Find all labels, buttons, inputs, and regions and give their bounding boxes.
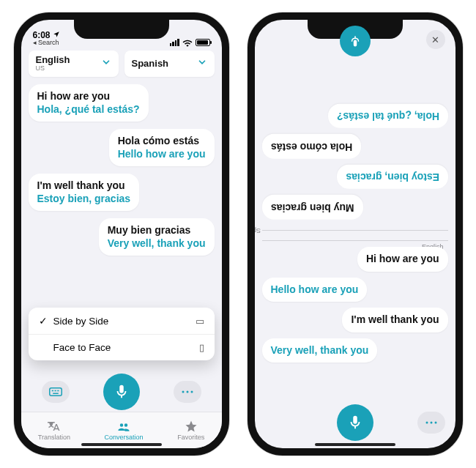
source-text: Hi how are you: [37, 90, 140, 103]
mic-button-self[interactable]: [337, 404, 373, 441]
menu-item-side-by-side[interactable]: ✓Side by Side ▭: [29, 308, 215, 334]
message-bubble[interactable]: Hello how are you: [262, 278, 368, 302]
message-bubble[interactable]: Muy bien graciasVery well, thank you: [99, 218, 215, 256]
lang-tag-other: Spanish / Español: [248, 227, 264, 234]
translated-text: Very well, thank you: [108, 237, 206, 250]
message-bubble[interactable]: Muy bien gracias: [262, 195, 363, 220]
message-text: Estoy bien, gracias: [346, 171, 439, 184]
back-search-link[interactable]: ◂ Search: [33, 40, 60, 46]
chevron-down-icon: [197, 57, 207, 70]
mic-button[interactable]: [103, 374, 140, 410]
svg-rect-1: [51, 390, 53, 392]
more-button[interactable]: [174, 381, 201, 403]
bottom-controls: [21, 374, 222, 410]
message-bubble[interactable]: Hola cómo estás: [262, 134, 361, 159]
svg-point-8: [425, 422, 428, 424]
message-bubble[interactable]: I'm well thank youEstoy bien, gracias: [29, 174, 140, 211]
message-bubble[interactable]: Very well, thank you: [262, 338, 378, 363]
svg-point-5: [182, 391, 184, 393]
tab-label: Translation: [38, 434, 70, 441]
source-text: I'm well thank you: [37, 179, 131, 193]
lang-to-select[interactable]: Spanish: [124, 51, 215, 77]
chevron-down-icon: [101, 57, 111, 70]
message-text: Hola cómo estás: [271, 140, 352, 153]
translated-text: Hola, ¿qué tal estás?: [37, 103, 140, 116]
message-text: Hi how are you: [366, 253, 439, 266]
tab-translation[interactable]: Translation: [38, 420, 70, 441]
svg-point-6: [186, 391, 188, 393]
svg-rect-3: [57, 390, 59, 392]
divider: [262, 230, 448, 231]
message-bubble[interactable]: Hola cómo estásHello how are you: [109, 129, 215, 166]
svg-rect-2: [54, 390, 56, 392]
svg-point-9: [430, 422, 432, 424]
side-by-side-icon: ▭: [196, 316, 204, 327]
menu-item-face-to-face[interactable]: Face to Face ▯: [29, 334, 215, 360]
tab-favorites[interactable]: Favorites: [177, 420, 204, 441]
signal-icon: [170, 39, 179, 46]
tab-label: Favorites: [177, 434, 204, 441]
tab-conversation[interactable]: Conversation: [105, 420, 144, 441]
bottom-controls: [255, 404, 455, 441]
svg-point-7: [190, 391, 193, 393]
message-bubble[interactable]: Hola, ¿qué tal estás?: [327, 104, 447, 129]
status-icons: [170, 39, 210, 46]
home-indicator: [81, 443, 162, 446]
home-indicator: [315, 443, 395, 446]
message-text: Very well, thank you: [271, 344, 369, 357]
tab-label: Conversation: [105, 434, 144, 441]
face-to-face-icon: ▯: [199, 342, 204, 353]
divider: [262, 240, 448, 241]
svg-rect-4: [53, 393, 59, 395]
notch: [74, 20, 169, 39]
translated-text: Hello how are you: [118, 148, 206, 161]
face-to-face-self-side: Hi how are youHello how are youI'm well …: [255, 242, 455, 407]
lang-from-select[interactable]: English US: [29, 51, 119, 77]
phone-side-by-side: 6:08 ◂ Search English US Spanish: [14, 12, 229, 456]
more-button[interactable]: [417, 412, 445, 434]
wifi-icon: [182, 39, 193, 46]
view-mode-menu: ✓Side by Side ▭ Face to Face ▯: [29, 308, 215, 360]
phone-face-to-face: ✕ Muy bien graciasEstoy bien, graciasHol…: [248, 12, 463, 456]
battery-icon: [196, 39, 210, 46]
message-bubble[interactable]: Estoy bien, gracias: [337, 165, 448, 190]
lang-from-name: English: [36, 55, 70, 65]
message-bubble[interactable]: I'm well thank you: [342, 308, 447, 333]
lang-from-sub: US: [36, 65, 70, 73]
message-text: Hola, ¿qué tal estás?: [336, 110, 439, 123]
source-text: Muy bien gracias: [108, 224, 206, 237]
message-text: I'm well thank you: [351, 313, 439, 327]
message-bubble[interactable]: Hi how are youHola, ¿qué tal estás?: [29, 84, 149, 122]
keyboard-button[interactable]: [42, 381, 70, 403]
mic-button-other[interactable]: [340, 26, 371, 56]
lang-to-name: Spanish: [132, 59, 169, 69]
close-button[interactable]: ✕: [426, 30, 445, 49]
svg-rect-0: [49, 388, 62, 396]
check-icon: ✓: [39, 315, 48, 327]
translated-text: Estoy bien, gracias: [37, 193, 131, 206]
message-text: Hello how are you: [271, 283, 359, 297]
conversation-list: Hi how are youHola, ¿qué tal estás?Hola …: [21, 80, 222, 260]
message-bubble[interactable]: Hi how are you: [357, 247, 448, 272]
source-text: Hola cómo estás: [118, 135, 206, 148]
svg-point-10: [434, 422, 436, 424]
message-text: Muy bien gracias: [271, 201, 354, 214]
